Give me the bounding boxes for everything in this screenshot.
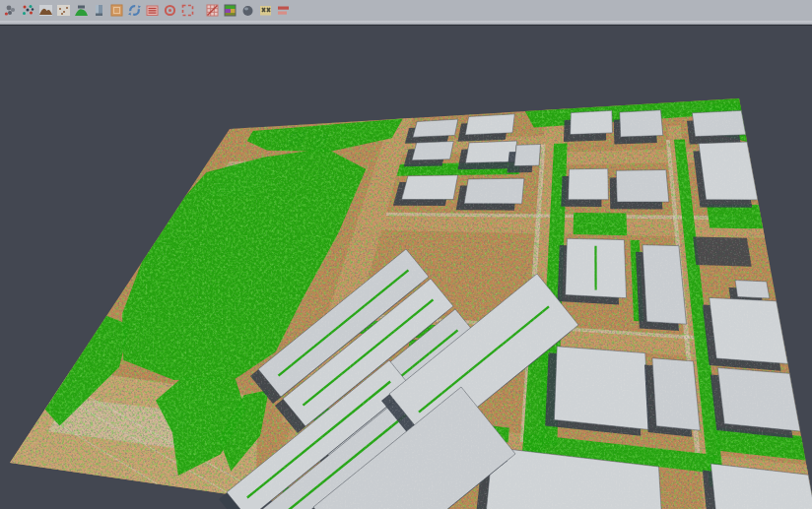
orthophoto-icon[interactable] [109,3,124,18]
dark-sphere-icon[interactable] [240,3,255,18]
toolbar [0,0,812,21]
application-window [0,0,812,509]
red-list-icon[interactable] [145,3,160,18]
markers-icon[interactable] [258,3,273,18]
measure-bars-icon[interactable] [276,3,291,18]
toolbar-separator [196,3,203,18]
grid-overlay-icon[interactable] [205,3,220,18]
point-cloud-render[interactable] [0,26,812,509]
classify-points-icon[interactable] [21,3,35,18]
building-column-icon[interactable] [92,3,106,18]
sparse-points-icon[interactable] [56,3,71,18]
points-cluster-icon[interactable] [3,3,18,18]
red-circle-tool-icon[interactable] [163,3,177,18]
classification-colors-icon[interactable] [223,3,237,18]
vegetation-class-icon[interactable] [74,3,89,18]
terrain-icon[interactable] [38,3,53,18]
selection-box-icon[interactable] [180,3,195,18]
viewport-3d [0,26,812,509]
refresh-view-icon[interactable] [127,3,142,18]
